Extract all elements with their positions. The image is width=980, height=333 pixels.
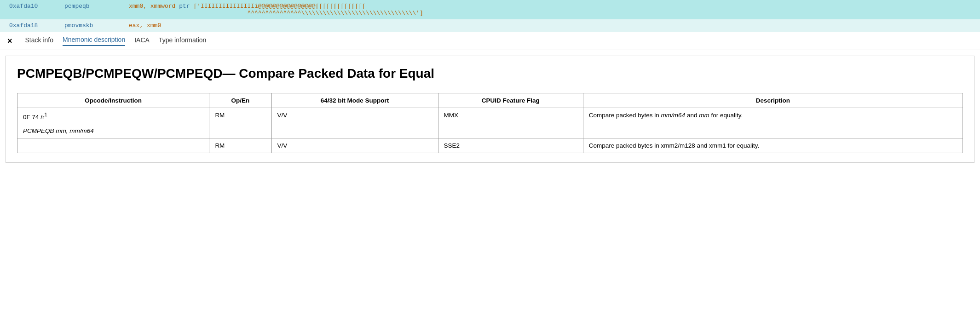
- table-cell-opcode-1: 0F 74 /r1 PCMPEQB mm, mm/m64: [17, 108, 209, 138]
- main-content: PCMPEQB/PCMPEQW/PCMPEQD— Compare Packed …: [6, 56, 974, 163]
- code-row-1: 0xafda10 pcmpeqb xmm0, xmmword ptr ['III…: [0, 0, 980, 19]
- table-cell-opcode-2: [17, 138, 209, 153]
- code-area: 0xafda10 pcmpeqb xmm0, xmmword ptr ['III…: [0, 0, 980, 32]
- code-address-1: 0xafda10: [9, 3, 64, 10]
- col-cpuid-header: CPUID Feature Flag: [438, 93, 583, 108]
- close-button[interactable]: ×: [7, 36, 12, 46]
- table-cell-desc-2: Compare packed bytes in xmm2/m128 and xm…: [583, 138, 963, 153]
- code-operands-2: eax, xmm0: [129, 22, 161, 29]
- code-row-2: 0xafda18 pmovmskb eax, xmm0: [0, 19, 980, 32]
- code-ptr-keyword: ptr: [179, 3, 190, 10]
- instruction-line-1: PCMPEQB mm, mm/m64: [23, 127, 203, 134]
- instruction-table: Opcode/Instruction Op/En 64/32 bit Mode …: [17, 93, 963, 153]
- col-opcode-header: Opcode/Instruction: [17, 93, 209, 108]
- col-open-en-header: Op/En: [209, 93, 271, 108]
- table-header-row: Opcode/Instruction Op/En 64/32 bit Mode …: [17, 93, 963, 108]
- table-row: RM V/V SSE2 Compare packed bytes in xmm2…: [17, 138, 963, 153]
- col-mode-support-header: 64/32 bit Mode Support: [271, 93, 438, 108]
- code-address-2: 0xafda18: [9, 22, 64, 29]
- tab-iaca[interactable]: IACA: [134, 36, 150, 46]
- code-ops-text-1a: xmm0, xmmword: [129, 3, 179, 10]
- doc-title: PCMPEQB/PCMPEQW/PCMPEQD— Compare Packed …: [17, 65, 963, 82]
- tab-type-information[interactable]: Type information: [159, 36, 207, 46]
- opcode-line-1: 0F 74 /r1: [23, 112, 203, 121]
- table-cell-mode-1: V/V: [271, 108, 438, 138]
- table-cell-open-en-2: RM: [209, 138, 271, 153]
- code-mnemonic-1: pcmpeqb: [64, 3, 129, 10]
- table-cell-open-en-1: RM: [209, 108, 271, 138]
- table-cell-cpuid-2: SSE2: [438, 138, 583, 153]
- table-row: 0F 74 /r1 PCMPEQB mm, mm/m64 RM V/V MMX …: [17, 108, 963, 138]
- tab-stack-info[interactable]: Stack info: [25, 36, 53, 46]
- code-mnemonic-2: pmovmskb: [64, 22, 129, 29]
- col-description-header: Description: [583, 93, 963, 108]
- table-cell-desc-1: Compare packed bytes in mm/m64 and mm fo…: [583, 108, 963, 138]
- tab-mnemonic-description[interactable]: Mnemonic description: [63, 36, 125, 46]
- table-cell-mode-2: V/V: [271, 138, 438, 153]
- tab-bar: × Stack info Mnemonic description IACA T…: [0, 32, 980, 50]
- table-cell-cpuid-1: MMX: [438, 108, 583, 138]
- code-operands-1: xmm0, xmmword ptr ['IIIIIIIIIIIIIIIi@@@@…: [129, 3, 423, 17]
